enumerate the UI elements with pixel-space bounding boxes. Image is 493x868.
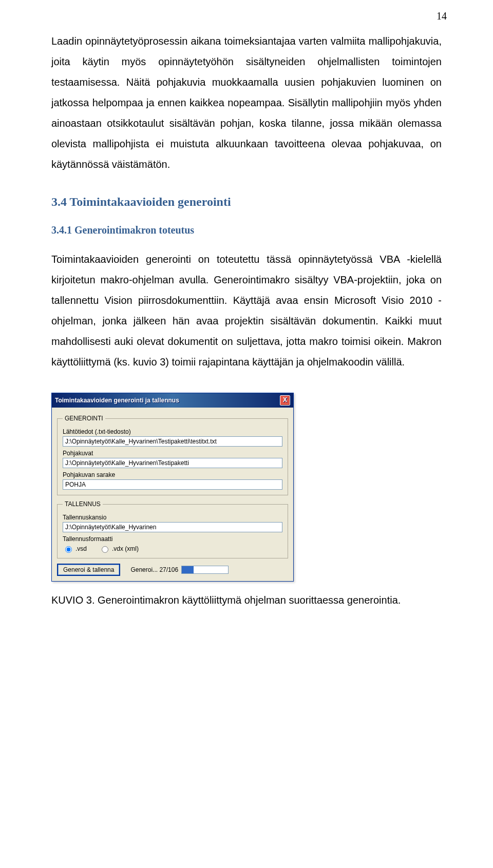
progress-label: Generoi... 27/106	[130, 566, 178, 573]
close-icon[interactable]: X	[280, 395, 290, 406]
dialog-titlebar[interactable]: Toimintakaavioiden generointi ja tallenn…	[52, 393, 293, 408]
progress-bar	[181, 566, 229, 574]
radio-vdx-label: .vdx (xml)	[112, 545, 139, 552]
page-number: 14	[437, 10, 447, 22]
paragraph-2: Toimintakaavioiden generointi on toteute…	[51, 249, 442, 372]
generate-save-button[interactable]: Generoi & tallenna	[57, 564, 120, 576]
figure-caption: KUVIO 3. Generointimakron käyttöliittymä…	[51, 594, 442, 606]
input-template-column[interactable]	[63, 479, 282, 490]
dialog-title: Toimintakaavioiden generointi ja tallenn…	[55, 397, 179, 404]
radio-vsd-label: .vsd	[75, 545, 87, 552]
group-generointi-legend: GENEROINTI	[63, 415, 105, 422]
radio-vsd-input[interactable]	[65, 546, 72, 553]
label-source-file: Lähtötiedot (.txt-tiedosto)	[63, 428, 282, 435]
group-tallennus-legend: TALLENNUS	[63, 500, 103, 508]
progress-fill	[182, 566, 194, 573]
heading-section-3-4-1: 3.4.1 Generointimakron toteutus	[51, 224, 442, 236]
radio-vdx[interactable]: .vdx (xml)	[99, 545, 139, 553]
paragraph-1: Laadin opinnäytetyöprosessin aikana toim…	[51, 31, 442, 175]
label-save-format: Tallennusformaatti	[63, 535, 282, 543]
label-templates: Pohjakuvat	[63, 450, 282, 457]
heading-section-3-4: 3.4 Toimintakaavioiden generointi	[51, 195, 442, 209]
label-template-column: Pohjakuvan sarake	[63, 471, 282, 478]
label-save-folder: Tallennuskansio	[63, 514, 282, 521]
input-source-file[interactable]	[63, 436, 282, 447]
macro-dialog: Toimintakaavioiden generointi ja tallenn…	[51, 393, 294, 582]
input-templates[interactable]	[63, 458, 282, 468]
input-save-folder[interactable]	[63, 522, 282, 532]
group-generointi: GENEROINTI Lähtötiedot (.txt-tiedosto) P…	[57, 415, 288, 495]
group-tallennus: TALLENNUS Tallennuskansio Tallennusforma…	[57, 500, 288, 558]
radio-vdx-input[interactable]	[102, 546, 108, 553]
radio-vsd[interactable]: .vsd	[63, 545, 87, 553]
